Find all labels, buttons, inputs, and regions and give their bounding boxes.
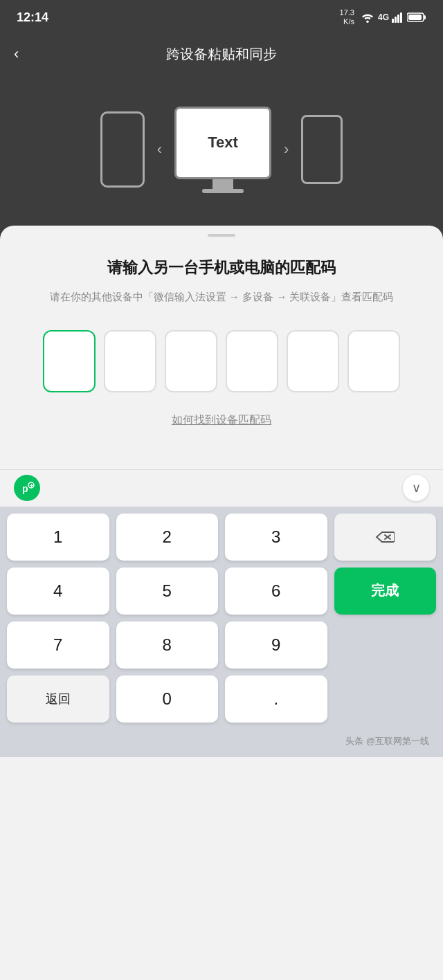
status-icons: 17.3 K/s 4G	[340, 8, 426, 26]
keyboard-grid: 1 2 3 4 5 6 完成 7 8 9 返回 0 .	[0, 507, 443, 729]
illustration-area: ‹ Text ›	[0, 73, 443, 226]
top-bar: ‹ 跨设备粘贴和同步	[0, 35, 443, 73]
pin-box-1[interactable]	[43, 330, 96, 392]
svg-rect-4	[400, 12, 402, 23]
key-9[interactable]: 9	[225, 621, 327, 669]
modal-content: 请输入另一台手机或电脑的匹配码 请在你的其他设备中「微信输入法设置 → 多设备 …	[0, 257, 443, 469]
key-4[interactable]: 4	[7, 568, 109, 615]
key-6[interactable]: 6	[225, 568, 327, 615]
key-7[interactable]: 7	[7, 621, 109, 669]
back-button[interactable]: ‹	[14, 45, 19, 63]
status-bar: 12:14 17.3 K/s 4G	[0, 0, 443, 35]
device-monitor: Text	[174, 107, 271, 193]
key-1[interactable]: 1	[7, 514, 109, 561]
keyboard-logo: p +	[14, 475, 40, 501]
network-4g: 4G	[378, 12, 389, 22]
pin-box-4[interactable]	[226, 330, 278, 392]
pin-box-6[interactable]	[347, 330, 400, 392]
arrow-left-icon: ‹	[157, 140, 162, 158]
key-0[interactable]: 0	[116, 675, 219, 723]
find-code-link[interactable]: 如何找到设备匹配码	[21, 413, 422, 428]
svg-rect-6	[424, 15, 426, 19]
page-title: 跨设备粘贴和同步	[166, 45, 277, 64]
key-confirm[interactable]: 完成	[334, 568, 437, 615]
status-time: 12:14	[17, 10, 48, 25]
keyboard-toolbar: p + ∨	[0, 469, 443, 507]
svg-rect-7	[408, 15, 422, 20]
monitor-screen: Text	[174, 107, 271, 179]
svg-rect-3	[397, 15, 399, 23]
key-dot[interactable]: .	[225, 675, 327, 723]
svg-rect-1	[392, 19, 394, 23]
monitor-stand	[213, 179, 233, 189]
pin-input-row	[21, 330, 422, 392]
key-delete[interactable]	[334, 514, 437, 561]
signal-icon	[392, 12, 404, 23]
monitor-base	[202, 189, 244, 193]
svg-text:p: p	[22, 483, 28, 494]
key-3[interactable]: 3	[225, 514, 327, 561]
network-speed: 17.3 K/s	[340, 8, 354, 26]
key-5[interactable]: 5	[116, 568, 219, 615]
keyboard-collapse-button[interactable]: ∨	[403, 475, 429, 501]
pin-box-5[interactable]	[287, 330, 339, 392]
key-2[interactable]: 2	[116, 514, 219, 561]
wifi-icon	[360, 12, 375, 23]
battery-icon	[407, 12, 426, 23]
keyboard-logo-icon: p +	[18, 479, 36, 497]
bottom-sheet: 请输入另一台手机或电脑的匹配码 请在你的其他设备中「微信输入法设置 → 多设备 …	[0, 226, 443, 980]
sheet-handle	[208, 234, 235, 237]
svg-rect-2	[395, 17, 397, 23]
arrow-right-icon: ›	[284, 140, 289, 158]
backspace-icon	[375, 530, 395, 544]
pin-box-3[interactable]	[165, 330, 217, 392]
key-back[interactable]: 返回	[7, 675, 109, 723]
svg-text:+: +	[30, 482, 33, 489]
modal-title: 请输入另一台手机或电脑的匹配码	[21, 257, 422, 279]
chevron-down-icon: ∨	[412, 482, 421, 494]
watermark: 头条 @互联网第一线	[0, 729, 443, 757]
modal-description: 请在你的其他设备中「微信输入法设置 → 多设备 → 关联设备」查看匹配码	[21, 289, 422, 305]
pin-box-2[interactable]	[104, 330, 156, 392]
key-8[interactable]: 8	[116, 621, 219, 669]
svg-point-0	[366, 20, 369, 23]
device-tablet-right	[301, 115, 343, 184]
device-phone-left	[100, 111, 145, 188]
